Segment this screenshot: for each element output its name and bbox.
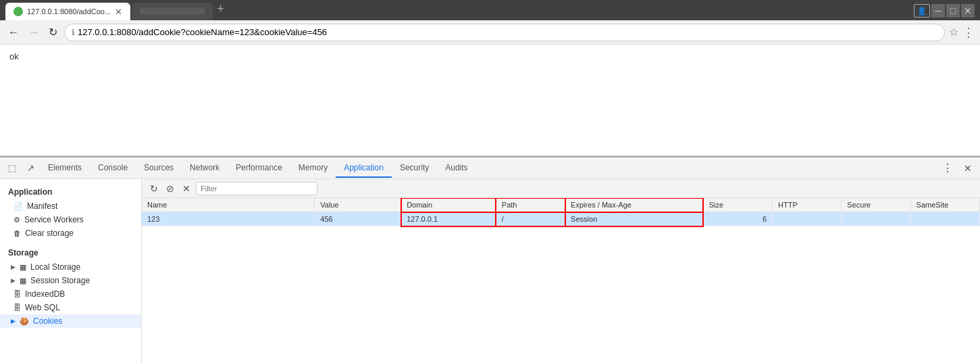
col-header-http: HTTP [773, 198, 842, 212]
web-sql-label: Web SQL [25, 303, 60, 312]
url-input[interactable] [78, 27, 937, 37]
col-header-size: Size [703, 198, 772, 212]
tab-memory[interactable]: Memory [290, 159, 336, 178]
devtools-icon-dock[interactable]: ⬚ [3, 160, 22, 176]
devtools-sidebar: Application 📄 Manifest ⚙ Service Workers… [0, 179, 142, 363]
local-storage-expand-icon: ▶ [11, 264, 16, 270]
devtools-tab-bar: ⬚ ↗ Elements Console Sources Network Per… [0, 158, 980, 179]
tab-bar: 127.0.0.1:8080/addCoo... ✕ + 👤 ─ □ ✕ [0, 0, 980, 20]
address-bar: ← → ↻ ℹ ☆ ⋮ [0, 20, 980, 45]
devtools-icon-inspect[interactable]: ↗ [22, 160, 40, 176]
col-header-domain: Domain [401, 198, 496, 212]
col-header-path: Path [496, 198, 565, 212]
sidebar-item-manifest[interactable]: 📄 Manifest [0, 199, 141, 213]
devtools: ⬚ ↗ Elements Console Sources Network Per… [0, 156, 980, 363]
cell-secure [842, 212, 910, 226]
manifest-label: Manifest [27, 201, 57, 211]
tab-security[interactable]: Security [392, 159, 437, 178]
devtools-close-btn[interactable]: ✕ [958, 160, 977, 176]
session-storage-label: Session Storage [30, 276, 90, 285]
cell-value: 456 [315, 212, 401, 226]
col-header-samesite: SameSite [910, 198, 979, 212]
sidebar-item-indexeddb[interactable]: 🗄 IndexedDB [0, 287, 141, 301]
refresh-button[interactable]: ↻ [147, 182, 161, 195]
devtools-body: Application 📄 Manifest ⚙ Service Workers… [0, 179, 980, 363]
tab-console[interactable]: Console [90, 159, 136, 178]
cell-expires: Session [565, 212, 704, 226]
service-workers-icon: ⚙ [14, 216, 20, 224]
active-tab[interactable]: 127.0.0.1:8080/addCoo... ✕ [5, 3, 130, 20]
maximize-button[interactable]: □ [946, 4, 960, 18]
sidebar-item-web-sql[interactable]: 🗄 Web SQL [0, 301, 141, 314]
service-workers-label: Service Workers [24, 215, 84, 224]
tab-favicon [14, 7, 23, 16]
col-header-value: Value [315, 198, 401, 212]
col-header-name: Name [142, 198, 315, 212]
page-content: ok [0, 45, 980, 156]
tab-elements[interactable]: Elements [40, 159, 90, 178]
profile-icon[interactable]: 👤 [914, 4, 930, 18]
close-button[interactable]: ✕ [961, 4, 975, 18]
sidebar-item-clear-storage[interactable]: 🗑 Clear storage [0, 226, 141, 240]
cell-path: / [496, 212, 565, 226]
inactive-tab-title [140, 8, 205, 15]
tab-network[interactable]: Network [182, 159, 228, 178]
cell-http [773, 212, 842, 226]
cookies-table: Name Value Domain Path Expires / Max-Age… [142, 198, 980, 226]
tab-application[interactable]: Application [336, 159, 392, 178]
filter-input[interactable] [196, 182, 317, 195]
new-tab-icon[interactable]: + [217, 2, 224, 19]
local-storage-db-icon: ▦ [20, 263, 26, 272]
web-sql-icon: 🗄 [14, 304, 21, 312]
sidebar-section-application: Application [0, 185, 141, 199]
col-header-expires: Expires / Max-Age [565, 198, 704, 212]
clear-button[interactable]: ✕ [180, 182, 193, 195]
local-storage-label: Local Storage [30, 262, 80, 272]
sidebar-item-service-workers[interactable]: ⚙ Service Workers [0, 213, 141, 226]
indexeddb-label: IndexedDB [25, 289, 65, 299]
inactive-tab[interactable] [132, 3, 213, 20]
sidebar-section-storage: Storage [0, 245, 141, 260]
clear-storage-icon: 🗑 [14, 229, 21, 237]
cookies-label: Cookies [33, 316, 62, 326]
clear-storage-label: Clear storage [25, 228, 74, 238]
cell-samesite [910, 212, 979, 226]
tab-audits[interactable]: Audits [437, 159, 475, 178]
tab-performance[interactable]: Performance [228, 159, 290, 178]
indexeddb-icon: 🗄 [14, 290, 21, 298]
col-header-secure: Secure [842, 198, 910, 212]
cell-size: 6 [703, 212, 772, 226]
cookies-expand-icon: ▶ [11, 318, 16, 324]
cookies-icon: 🍪 [20, 317, 29, 326]
tab-close-icon[interactable]: ✕ [115, 7, 122, 17]
manifest-icon: 📄 [14, 202, 23, 211]
window-controls: 👤 ─ □ ✕ [914, 4, 975, 20]
page-text: ok [9, 51, 19, 62]
sidebar-item-session-storage[interactable]: ▶ ▦ Session Storage [0, 274, 141, 287]
bookmark-icon[interactable]: ☆ [949, 26, 958, 39]
menu-icon[interactable]: ⋮ [962, 25, 975, 40]
reload-button[interactable]: ↻ [46, 23, 60, 41]
devtools-more-btn[interactable]: ⋮ [937, 159, 958, 177]
session-storage-expand-icon: ▶ [11, 277, 16, 284]
forward-button[interactable]: → [26, 24, 42, 41]
stop-button[interactable]: ⊘ [163, 182, 177, 195]
sidebar-item-local-storage[interactable]: ▶ ▦ Local Storage [0, 260, 141, 274]
sidebar-item-cookies[interactable]: ▶ 🍪 Cookies [0, 314, 141, 328]
cell-domain: 127.0.0.1 [401, 212, 496, 226]
security-icon: ℹ [72, 28, 75, 37]
browser-window: 127.0.0.1:8080/addCoo... ✕ + 👤 ─ □ ✕ ← →… [0, 0, 980, 363]
session-storage-db-icon: ▦ [20, 276, 26, 285]
cell-name: 123 [142, 212, 315, 226]
back-button[interactable]: ← [5, 24, 22, 41]
tab-title: 127.0.0.1:8080/addCoo... [27, 7, 111, 16]
tab-sources[interactable]: Sources [136, 159, 182, 178]
table-row[interactable]: 123 456 127.0.0.1 / Session 6 [142, 212, 980, 226]
minimize-button[interactable]: ─ [931, 4, 945, 18]
panel-toolbar: ↻ ⊘ ✕ [142, 179, 980, 198]
main-panel: ↻ ⊘ ✕ Name Value Domain Path [142, 179, 980, 363]
table-container: Name Value Domain Path Expires / Max-Age… [142, 198, 980, 363]
